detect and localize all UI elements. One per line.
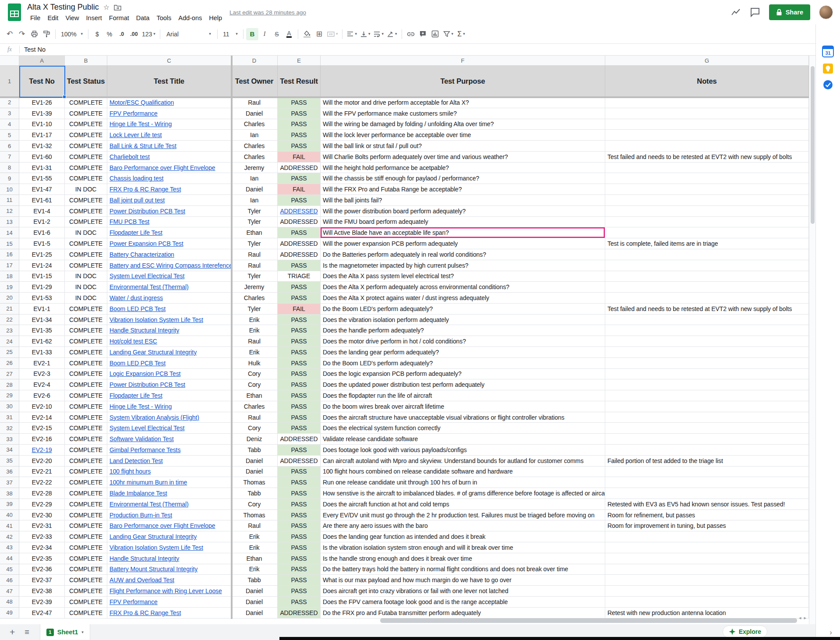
cell-test-status[interactable]: COMPLETE	[65, 456, 107, 467]
cell-test-title[interactable]: Chassis loading test	[107, 173, 231, 184]
merge-cells-button[interactable]: ▾	[325, 28, 340, 40]
cell-test-no[interactable]: EV2-39	[19, 597, 65, 608]
cell-notes[interactable]: Test failed and needs to be retested at …	[605, 152, 809, 163]
cell-notes[interactable]	[605, 358, 809, 369]
cell-test-status[interactable]: COMPLETE	[65, 108, 107, 119]
cell-notes[interactable]	[605, 434, 809, 445]
cell-test-no[interactable]: EV2-10	[19, 401, 65, 412]
cell-test-status[interactable]: COMPLETE	[65, 597, 107, 608]
cell-test-purpose[interactable]: Does the FPV camera footage look good an…	[321, 597, 605, 608]
cell-test-title[interactable]: FPV Performance	[107, 108, 231, 119]
cell-test-owner[interactable]: Thomas	[231, 510, 278, 521]
cell-test-title[interactable]: Handle Structural Integrity	[107, 553, 231, 564]
cell-test-status[interactable]: COMPLETE	[65, 379, 107, 390]
cell-test-owner[interactable]: Charles	[231, 119, 278, 130]
row-number[interactable]: 27	[0, 369, 19, 380]
row-number[interactable]: 35	[0, 456, 19, 467]
share-button[interactable]: Share	[769, 4, 810, 20]
cell-test-purpose[interactable]: Does the electrical system function corr…	[321, 423, 605, 434]
cell-test-title[interactable]: AUW and Overload Test	[107, 575, 231, 586]
cell-test-status[interactable]: COMPLETE	[65, 467, 107, 477]
cell-test-no[interactable]: EV2-35	[19, 553, 65, 564]
vertical-scrollbar[interactable]	[809, 56, 815, 624]
horizontal-scroll-arrows[interactable]: ◂ ▸	[799, 615, 806, 621]
cell-test-status[interactable]: COMPLETE	[65, 499, 107, 510]
cell-test-result[interactable]: PASS	[278, 130, 321, 141]
cell-test-owner[interactable]: Ethan	[231, 553, 278, 564]
cell-test-result[interactable]: PASS	[278, 597, 321, 608]
cell-notes[interactable]	[605, 271, 809, 282]
row-number[interactable]: 23	[0, 325, 19, 336]
cell-test-owner[interactable]: Raul	[231, 97, 278, 108]
cell-test-no[interactable]: EV1-26	[19, 97, 65, 108]
cell-test-no[interactable]: EV1-10	[19, 119, 65, 130]
cell-test-result[interactable]: PASS	[278, 477, 321, 488]
move-to-folder-icon[interactable]	[114, 4, 121, 11]
row-number[interactable]: 24	[0, 336, 19, 347]
menu-edit[interactable]: Edit	[44, 14, 61, 22]
cell-test-owner[interactable]: Tabb	[231, 445, 278, 456]
cell-test-purpose[interactable]: Does the updated power distribution test…	[321, 379, 605, 390]
cell-test-purpose[interactable]: Will Active Blade have an acceptable lif…	[321, 227, 605, 238]
cell-test-result[interactable]: ADDRESSED	[278, 217, 321, 228]
cell-test-result[interactable]: ADDRESSED	[278, 238, 321, 249]
cell-notes[interactable]: Failed portion of test added to the tria…	[605, 456, 809, 467]
cell-test-title[interactable]: System Level Electrical Test	[107, 271, 231, 282]
cell-notes[interactable]	[605, 347, 809, 358]
cell-test-no[interactable]: EV2-1	[19, 358, 65, 369]
cell-test-result[interactable]: PASS	[278, 195, 321, 206]
row-number[interactable]: 18	[0, 271, 19, 282]
cell-test-no[interactable]: EV1-61	[19, 195, 65, 206]
cell-notes[interactable]	[605, 542, 809, 553]
row-number[interactable]: 41	[0, 520, 19, 531]
cell-test-owner[interactable]: Charles	[231, 401, 278, 412]
cell-test-purpose[interactable]: Does footage look good with various payl…	[321, 445, 605, 456]
more-formats-button[interactable]: 123▾	[140, 28, 157, 40]
cell-test-title[interactable]: System Level Electrical Test	[107, 423, 231, 434]
font-select[interactable]: Arial▾	[163, 28, 215, 40]
functions-button[interactable]: Σ▾	[455, 28, 467, 40]
last-edit-link[interactable]: Last edit was 28 minutes ago	[229, 9, 306, 16]
cell-test-owner[interactable]: Thomas	[231, 477, 278, 488]
cell-test-no[interactable]: EV1-15	[19, 271, 65, 282]
menu-help[interactable]: Help	[206, 14, 225, 22]
column-letter-g[interactable]: G	[605, 56, 809, 66]
cell-notes[interactable]	[605, 206, 809, 217]
cell-test-result[interactable]: PASS	[278, 542, 321, 553]
cell-notes[interactable]	[605, 564, 809, 575]
cell-test-owner[interactable]: Raul	[231, 412, 278, 423]
paint-format-button[interactable]	[40, 28, 53, 40]
cell-notes[interactable]	[605, 293, 809, 304]
cell-test-owner[interactable]: Tyler	[231, 271, 278, 282]
cell-test-status[interactable]: IN DOC	[65, 184, 107, 195]
cell-test-result[interactable]: PASS	[278, 586, 321, 597]
cell-test-result[interactable]: PASS	[278, 97, 321, 108]
cell-test-owner[interactable]: Charles	[231, 141, 278, 152]
column-header-test-result[interactable]: Test Result	[278, 66, 321, 97]
cell-test-no[interactable]: EV1-55	[19, 173, 65, 184]
cell-test-title[interactable]: Battery and ESC Wiring Compass Interefen…	[107, 260, 231, 271]
cell-test-owner[interactable]: Raul	[231, 260, 278, 271]
cell-test-status[interactable]: COMPLETE	[65, 260, 107, 271]
increase-decimals-button[interactable]: .00	[128, 28, 140, 40]
cell-test-purpose[interactable]: Will the FPV performance make customers …	[321, 108, 605, 119]
cell-test-status[interactable]: COMPLETE	[65, 510, 107, 521]
cell-test-no[interactable]: EV2-15	[19, 423, 65, 434]
cell-test-status[interactable]: COMPLETE	[65, 564, 107, 575]
cell-test-result[interactable]: ADDRESSED	[278, 608, 321, 619]
cell-notes[interactable]	[605, 531, 809, 542]
calendar-icon[interactable]: 31	[822, 46, 834, 57]
cell-test-title[interactable]: 100 flight hours	[107, 467, 231, 477]
column-header-test-status[interactable]: Test Status	[65, 66, 107, 97]
cell-test-status[interactable]: COMPLETE	[65, 434, 107, 445]
cell-test-status[interactable]: COMPLETE	[65, 119, 107, 130]
cell-test-status[interactable]: COMPLETE	[65, 195, 107, 206]
cell-notes[interactable]	[605, 553, 809, 564]
undo-button[interactable]: ↶	[4, 28, 16, 40]
cell-test-result[interactable]: PASS	[278, 499, 321, 510]
row-number[interactable]: 25	[0, 347, 19, 358]
cell-test-result[interactable]: PASS	[278, 412, 321, 423]
cell-test-title[interactable]: FPV Performance	[107, 597, 231, 608]
row-number[interactable]: 29	[0, 390, 19, 401]
cell-notes[interactable]	[605, 119, 809, 130]
